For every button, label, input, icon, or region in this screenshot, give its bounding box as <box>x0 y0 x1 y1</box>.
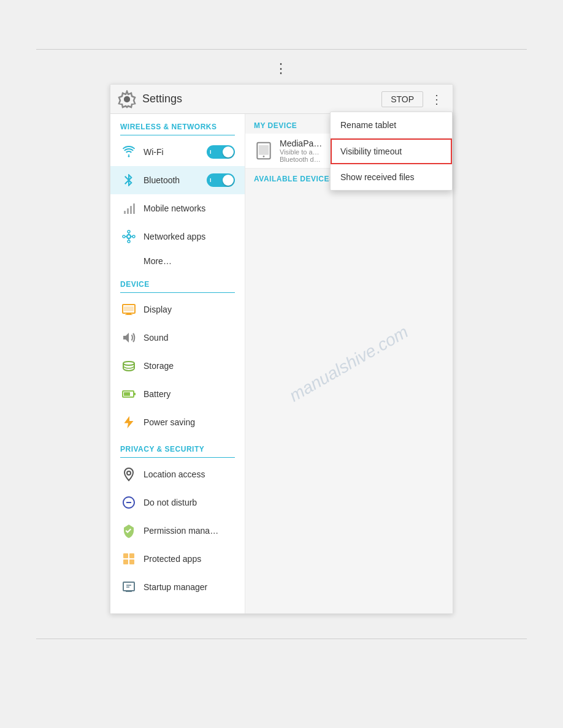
display-icon <box>120 301 137 318</box>
startup-label: Startup manager <box>144 582 235 592</box>
sidebar-item-more[interactable]: More… <box>110 251 245 271</box>
wifi-toggle[interactable]: I <box>207 145 235 159</box>
battery-icon <box>120 385 137 403</box>
display-label: Display <box>144 305 235 314</box>
svg-point-9 <box>132 235 135 238</box>
battery-label: Battery <box>144 389 235 399</box>
sidebar: WIRELESS & NETWORKS Wi-Fi I <box>110 114 245 613</box>
svg-rect-26 <box>123 553 128 558</box>
settings-title-text: Settings <box>142 93 381 105</box>
sidebar-item-storage[interactable]: Storage <box>110 352 245 380</box>
page-dots-icon: ⋮ <box>274 61 289 77</box>
mobile-networks-label: Mobile networks <box>144 203 235 213</box>
sidebar-item-bluetooth[interactable]: Bluetooth I <box>110 166 245 194</box>
svg-point-2 <box>128 156 130 157</box>
sidebar-item-networked-apps[interactable]: Networked apps <box>110 222 245 251</box>
svg-rect-35 <box>259 145 269 155</box>
sound-label: Sound <box>144 333 235 343</box>
storage-label: Storage <box>144 361 235 371</box>
sidebar-item-permission[interactable]: Permission mana… <box>110 517 245 545</box>
settings-gear-icon <box>118 90 136 108</box>
bluetooth-icon <box>120 172 137 189</box>
device-name: MediaPa… <box>280 138 322 148</box>
svg-point-25 <box>127 471 131 475</box>
svg-point-21 <box>123 362 134 365</box>
location-label: Location access <box>144 469 235 479</box>
svg-point-8 <box>123 235 125 238</box>
svg-point-7 <box>127 235 131 238</box>
privacy-section-header: PRIVACY & SECURITY <box>110 436 245 457</box>
dropdown-rename[interactable]: Rename tablet <box>331 112 452 138</box>
svg-point-1 <box>124 96 130 102</box>
header-overflow-icon[interactable]: ⋮ <box>428 89 445 109</box>
do-not-disturb-label: Do not disturb <box>144 498 235 507</box>
svg-marker-20 <box>123 333 129 343</box>
sidebar-item-startup[interactable]: Startup manager <box>110 573 245 601</box>
svg-rect-23 <box>134 393 136 395</box>
top-divider <box>36 49 527 50</box>
mobile-networks-icon <box>120 200 137 217</box>
dropdown-received-files[interactable]: Show received files <box>331 164 452 190</box>
stop-button[interactable]: STOP <box>381 91 423 107</box>
wifi-toggle-knob <box>223 146 234 157</box>
sidebar-item-do-not-disturb[interactable]: Do not disturb <box>110 488 245 517</box>
svg-rect-24 <box>124 392 130 396</box>
tablet-icon <box>254 141 274 161</box>
svg-rect-19 <box>124 306 134 311</box>
svg-point-10 <box>128 230 130 233</box>
permission-label: Permission mana… <box>144 526 235 536</box>
power-saving-icon <box>120 414 137 431</box>
sidebar-item-wifi[interactable]: Wi-Fi I <box>110 138 245 166</box>
device-section-header: DEVICE <box>110 271 245 292</box>
protected-apps-icon <box>120 550 137 567</box>
networked-apps-label: Networked apps <box>144 232 235 241</box>
svg-rect-18 <box>125 314 132 315</box>
networked-apps-icon <box>120 228 137 245</box>
sidebar-item-display[interactable]: Display <box>110 295 245 324</box>
dropdown-menu: Rename tablet Visibility timeout Show re… <box>330 112 453 191</box>
watermark-text: manualshive.com <box>286 322 412 406</box>
bluetooth-toggle-knob <box>223 175 234 186</box>
sidebar-item-battery[interactable]: Battery <box>110 380 245 408</box>
svg-rect-28 <box>123 559 128 564</box>
svg-rect-31 <box>126 591 132 592</box>
svg-rect-17 <box>126 313 131 314</box>
wifi-icon <box>120 143 137 161</box>
page-wrapper: ⋮ Settings STOP ⋮ Rename tablet Visibili <box>0 0 563 728</box>
bluetooth-toggle[interactable]: I <box>207 173 235 187</box>
svg-point-36 <box>263 156 265 157</box>
svg-rect-29 <box>129 559 134 564</box>
storage-icon <box>120 357 137 374</box>
protected-apps-label: Protected apps <box>144 554 235 564</box>
svg-rect-27 <box>129 553 134 558</box>
device-divider <box>120 292 235 293</box>
sidebar-item-sound[interactable]: Sound <box>110 324 245 352</box>
dots-area: ⋮ <box>36 61 527 77</box>
sound-icon <box>120 329 137 346</box>
svg-rect-5 <box>130 206 132 214</box>
svg-point-11 <box>128 240 130 243</box>
settings-window: Settings STOP ⋮ Rename tablet Visibility… <box>110 84 453 614</box>
permission-icon <box>120 522 137 539</box>
svg-rect-30 <box>123 582 134 591</box>
device-sub1: Visible to a… <box>280 148 322 156</box>
sidebar-item-protected[interactable]: Protected apps <box>110 545 245 573</box>
location-icon <box>120 466 137 483</box>
settings-header: Settings STOP ⋮ Rename tablet Visibility… <box>110 85 453 114</box>
dropdown-visibility[interactable]: Visibility timeout <box>331 138 452 164</box>
wifi-label: Wi-Fi <box>144 147 204 157</box>
wireless-section-header: WIRELESS & NETWORKS <box>110 114 245 135</box>
privacy-divider <box>120 457 235 458</box>
sidebar-item-mobile-networks[interactable]: Mobile networks <box>110 194 245 222</box>
available-devices-header: AVAILABLE DEVICES <box>245 169 343 186</box>
do-not-disturb-icon <box>120 494 137 511</box>
wireless-divider <box>120 135 235 135</box>
device-sub2: Bluetooth d… <box>280 156 322 163</box>
device-info: MediaPa… Visible to a… Bluetooth d… <box>280 138 322 163</box>
svg-rect-4 <box>127 208 129 214</box>
svg-rect-6 <box>133 203 135 214</box>
sidebar-item-power-saving[interactable]: Power saving <box>110 408 245 436</box>
sidebar-item-location[interactable]: Location access <box>110 460 245 488</box>
bottom-divider <box>36 639 527 639</box>
startup-icon <box>120 578 137 596</box>
